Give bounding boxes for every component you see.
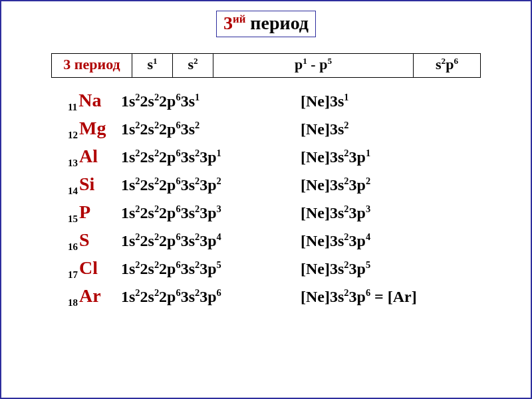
slide-title: 3ий период bbox=[216, 11, 316, 37]
title-word: период bbox=[250, 13, 309, 33]
element-symbol: Na bbox=[78, 90, 101, 110]
short-configuration: [Ne]3s23p3 bbox=[301, 203, 370, 222]
short-configuration: [Ne]3s1 bbox=[301, 92, 349, 110]
element-symbol: Al bbox=[79, 146, 98, 166]
element-row: 15P1s22s22p63s23p3[Ne]3s23p3 bbox=[68, 201, 491, 223]
atomic-number: 16 bbox=[68, 241, 78, 252]
element-row: 13Al1s22s22p63s23p1[Ne]3s23p1 bbox=[68, 146, 491, 167]
element-row: 14Si1s22s22p63s23p2[Ne]3s23p2 bbox=[68, 174, 491, 195]
element-row: 16S1s22s22p63s23p4[Ne]3s23p4 bbox=[68, 229, 491, 251]
element-symbol-block: 12Mg bbox=[68, 118, 121, 139]
atomic-number: 15 bbox=[68, 213, 78, 224]
short-configuration: [Ne]3s23p4 bbox=[301, 231, 370, 250]
element-row: 11Na1s22s22p63s1[Ne]3s1 bbox=[68, 90, 491, 111]
element-symbol-block: 13Al bbox=[68, 146, 121, 167]
element-symbol: Ar bbox=[79, 285, 101, 306]
atomic-number: 12 bbox=[68, 130, 78, 140]
full-configuration: 1s22s22p63s2 bbox=[121, 120, 301, 138]
full-configuration: 1s22s22p63s23p6 bbox=[121, 287, 301, 306]
element-symbol: Mg bbox=[79, 118, 106, 138]
full-configuration: 1s22s22p63s23p4 bbox=[121, 231, 301, 250]
atomic-number: 18 bbox=[68, 297, 78, 308]
element-symbol: P bbox=[79, 201, 90, 222]
atomic-number: 11 bbox=[68, 102, 77, 112]
header-s2: s2 bbox=[173, 54, 213, 77]
header-period-label: 3 период bbox=[52, 54, 132, 77]
element-row: 17Cl1s22s22p63s23p5[Ne]3s23p5 bbox=[68, 257, 491, 279]
full-configuration: 1s22s22p63s23p1 bbox=[121, 148, 301, 166]
header-table: 3 период s1 s2 p1 - p5 s2p6 bbox=[51, 53, 481, 77]
element-symbol: Si bbox=[79, 174, 94, 194]
short-configuration: [Ne]3s23p5 bbox=[301, 259, 370, 278]
element-symbol: S bbox=[79, 229, 90, 250]
atomic-number: 14 bbox=[68, 186, 78, 196]
short-configuration: [Ne]3s2 bbox=[301, 120, 349, 138]
element-symbol-block: 15P bbox=[68, 201, 121, 223]
atomic-number: 17 bbox=[68, 269, 78, 280]
title-sup: ий bbox=[233, 13, 245, 25]
element-row: 18Ar1s22s22p63s23p6[Ne]3s23p6 = [Ar] bbox=[68, 285, 491, 307]
element-row: 12Mg1s22s22p63s2[Ne]3s2 bbox=[68, 118, 491, 139]
full-configuration: 1s22s22p63s23p3 bbox=[121, 203, 301, 222]
slide: 3ий период 3 период s1 s2 p1 - p5 s2p6 1… bbox=[0, 0, 532, 399]
element-symbol-block: 18Ar bbox=[68, 285, 121, 307]
full-configuration: 1s22s22p63s23p2 bbox=[121, 176, 301, 194]
element-symbol-block: 14Si bbox=[68, 174, 121, 195]
atomic-number: 13 bbox=[68, 158, 78, 168]
short-configuration: [Ne]3s23p6 = [Ar] bbox=[301, 287, 417, 306]
header-sp: s2p6 bbox=[414, 54, 481, 77]
element-symbol-block: 11Na bbox=[68, 90, 121, 111]
element-symbol-block: 16S bbox=[68, 229, 121, 251]
element-list: 11Na1s22s22p63s1[Ne]3s112Mg1s22s22p63s2[… bbox=[68, 90, 491, 307]
header-s1: s1 bbox=[132, 54, 173, 77]
short-configuration: [Ne]3s23p1 bbox=[301, 148, 370, 166]
element-symbol-block: 17Cl bbox=[68, 257, 121, 279]
full-configuration: 1s22s22p63s23p5 bbox=[121, 259, 301, 278]
title-wrap: 3ий период bbox=[1, 11, 531, 37]
header-p: p1 - p5 bbox=[213, 54, 414, 77]
element-symbol: Cl bbox=[79, 257, 98, 278]
short-configuration: [Ne]3s23p2 bbox=[301, 176, 370, 194]
full-configuration: 1s22s22p63s1 bbox=[121, 92, 301, 110]
title-number: 3 bbox=[223, 13, 233, 33]
